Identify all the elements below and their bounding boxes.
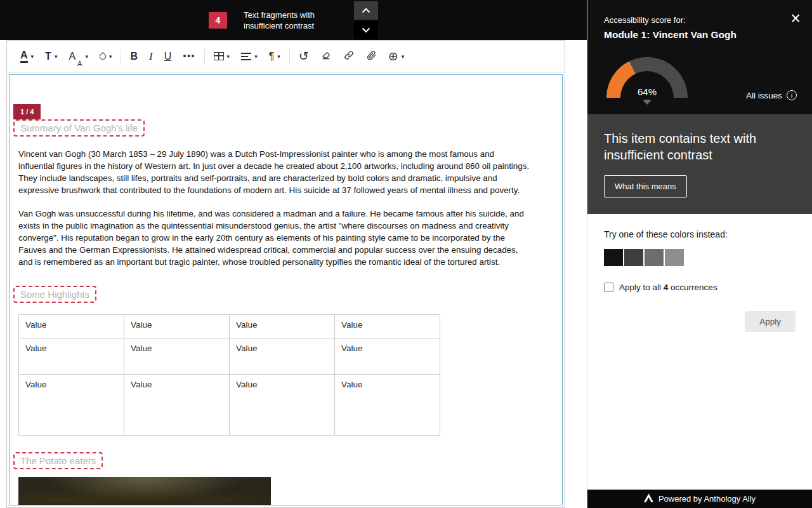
italic-button[interactable]: I	[143, 46, 159, 67]
highlights-table: Value Value Value Value Value Value Valu…	[18, 314, 440, 436]
suggestion-label: Try one of these colors instead:	[604, 229, 796, 239]
next-issue-button[interactable]	[354, 21, 378, 39]
color-swatch-3[interactable]	[645, 249, 664, 266]
issue-label-line2: insufficient contrast	[244, 20, 315, 31]
eraser-icon	[320, 50, 332, 63]
bold-button[interactable]: B	[124, 46, 143, 67]
chevron-down-icon: ▾	[31, 53, 34, 60]
apply-to-all-row: Apply to all 4 occurrences	[604, 283, 796, 292]
issue-navigation	[354, 1, 378, 39]
issue-count-badge: 4	[209, 12, 227, 29]
contrast-issue-navigator-bar: 4 Text fragments with insufficient contr…	[0, 0, 587, 40]
chevron-down-icon: ▾	[254, 53, 258, 60]
text-style-icon: T	[45, 51, 51, 62]
table-row: Value Value Value Value	[19, 338, 440, 375]
table-cell[interactable]: Value	[335, 315, 440, 338]
all-issues-label: All issues	[746, 91, 782, 100]
paragraph-van-gogh-bio: Vincent van Gogh (30 March 1853 – 29 Jul…	[18, 148, 530, 196]
toolbar-divider	[121, 49, 121, 64]
issue-type-label: Text fragments with insufficient contras…	[244, 10, 315, 31]
editor-region: A ▾ T ▾ A A ▾ ▾ B I	[0, 40, 587, 508]
potato-eaters-painting-image	[18, 477, 271, 505]
insert-content-button[interactable]: ⊕ ▾	[383, 46, 410, 67]
color-swatch-1[interactable]	[604, 249, 623, 266]
table-cell[interactable]: Value	[335, 338, 440, 375]
what-this-means-button[interactable]: What this means	[604, 175, 687, 197]
insert-link-button[interactable]	[337, 46, 360, 67]
low-contrast-heading-highlights[interactable]: Some Highlights	[13, 286, 96, 303]
alignment-button[interactable]: ▾	[235, 46, 263, 67]
table-cell[interactable]: Value	[124, 338, 230, 375]
issue-label-line1: Text fragments with	[244, 10, 315, 20]
color-swatch-4[interactable]	[665, 249, 684, 266]
apply-all-label: Apply to all 4 occurrences	[619, 283, 717, 292]
underline-icon: U	[164, 51, 172, 62]
fragment-counter-badge: 1 / 4	[13, 104, 41, 119]
panel-header: Accessibility score for: Module 1: Vince…	[587, 0, 812, 114]
info-icon: i	[787, 90, 797, 100]
text-color-icon: A	[20, 50, 28, 63]
low-contrast-heading-summary[interactable]: Summary of Van Gogh's life	[13, 119, 145, 137]
table-cell[interactable]: Value	[19, 315, 124, 338]
undo-icon: ↺	[299, 50, 309, 62]
rich-text-editor: A ▾ T ▾ A A ▾ ▾ B I	[6, 40, 565, 508]
insert-table-button[interactable]: ▾	[208, 46, 236, 67]
paragraph-direction-button[interactable]: ¶ ▾	[263, 46, 286, 67]
chevron-down-icon: ▾	[85, 53, 88, 60]
previous-issue-button[interactable]	[354, 1, 378, 20]
text-style-button[interactable]: T ▾	[39, 46, 63, 67]
font-size-icon-small: A	[77, 60, 82, 67]
table-cell[interactable]: Value	[124, 315, 230, 338]
table-cell[interactable]: Value	[19, 375, 124, 436]
link-icon	[343, 50, 355, 63]
table-cell[interactable]: Value	[230, 375, 335, 436]
apply-button[interactable]: Apply	[745, 311, 796, 332]
toolbar-divider	[289, 49, 290, 64]
gauge-pointer	[643, 100, 652, 105]
color-suggestion-section: Try one of these colors instead: Apply t…	[587, 214, 812, 347]
table-cell[interactable]: Value	[230, 338, 335, 375]
undo-button[interactable]: ↺	[293, 46, 315, 67]
text-color-button[interactable]: A ▾	[15, 46, 39, 67]
paperclip-icon	[366, 50, 377, 63]
chevron-up-icon	[362, 6, 370, 15]
issue-message: This item contains text with insufficien…	[604, 130, 785, 163]
ally-footer: Powered by Anthology Ally	[587, 490, 812, 508]
table-cell[interactable]: Value	[19, 338, 124, 375]
italic-icon: I	[149, 51, 153, 62]
anthology-ally-logo-icon	[644, 493, 653, 504]
score-for-label: Accessibility score for:	[604, 15, 796, 25]
table-row: Value Value Value Value	[19, 315, 440, 338]
chevron-down-icon	[362, 25, 370, 35]
table-cell[interactable]: Value	[335, 375, 440, 436]
module-title: Module 1: Vincent Van Gogh	[604, 29, 796, 41]
paragraph-van-gogh-legacy: Van Gogh was unsuccessful during his lif…	[18, 208, 530, 268]
footer-text: Powered by Anthology Ally	[658, 494, 756, 504]
font-size-button[interactable]: A A ▾	[63, 46, 94, 67]
clear-formatting-button[interactable]	[315, 46, 337, 67]
attach-file-button[interactable]	[360, 46, 383, 67]
color-swatch-2[interactable]	[624, 249, 643, 266]
editor-content-area[interactable]: 1 / 4 Summary of Van Gogh's life Vincent…	[9, 74, 563, 505]
highlight-color-button[interactable]: ▾	[94, 46, 118, 67]
chevron-down-icon: ▾	[227, 53, 230, 60]
all-issues-link[interactable]: All issues i	[746, 90, 797, 100]
table-cell[interactable]: Value	[230, 315, 335, 338]
toolbar-divider	[204, 49, 205, 64]
apply-all-checkbox[interactable]	[604, 283, 613, 292]
editor-toolbar: A ▾ T ▾ A A ▾ ▾ B I	[7, 41, 565, 72]
underline-button[interactable]: U	[159, 46, 178, 67]
table-row: Value Value Value Value	[19, 375, 440, 436]
close-panel-button[interactable]: ×	[790, 10, 801, 27]
align-left-icon	[241, 53, 251, 60]
plus-circle-icon: ⊕	[388, 50, 398, 62]
more-formatting-button[interactable]: ●●●	[177, 46, 200, 67]
chevron-down-icon: ▾	[109, 53, 112, 60]
bold-icon: B	[130, 51, 138, 62]
low-contrast-heading-potato-eaters[interactable]: The Potato eaters	[13, 452, 103, 469]
color-swatches	[604, 249, 796, 266]
chevron-down-icon: ▾	[277, 53, 280, 60]
table-icon	[214, 52, 224, 60]
score-value: 64%	[606, 86, 688, 97]
table-cell[interactable]: Value	[124, 375, 230, 436]
